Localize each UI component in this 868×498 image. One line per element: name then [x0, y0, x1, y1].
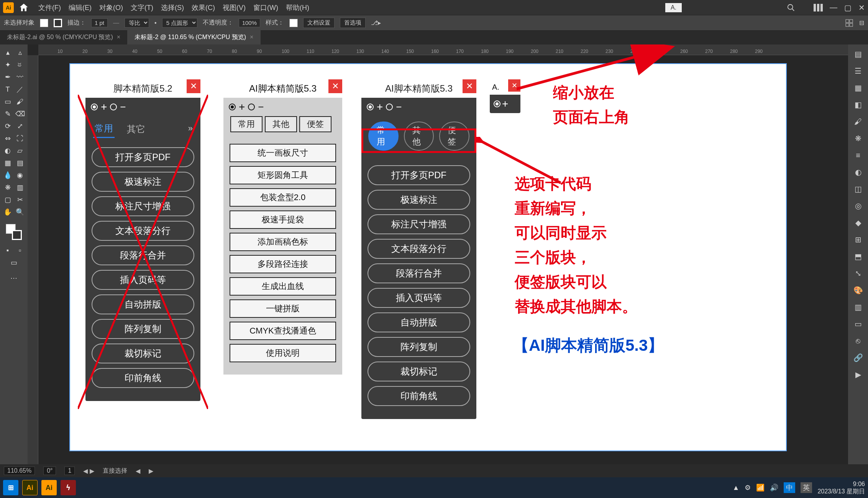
script-item[interactable]: 多段路径连接 — [230, 255, 336, 273]
selection-tool[interactable]: ▴ — [2, 47, 13, 58]
artboards-icon[interactable]: ▭ — [852, 318, 864, 330]
style-swatch[interactable] — [289, 19, 298, 27]
menu-type[interactable]: 文字(T) — [131, 3, 153, 12]
taskbar-app-ai-2[interactable]: Ai — [41, 480, 57, 495]
direct-selection-tool[interactable]: ▵ — [14, 47, 26, 58]
shape-builder-tool[interactable]: ◐ — [2, 145, 13, 156]
opacity-field[interactable]: 100% — [239, 18, 260, 27]
close-button[interactable]: ✕ — [508, 79, 520, 92]
script-item[interactable]: 极速标注 — [368, 190, 470, 210]
home-icon[interactable] — [18, 2, 29, 13]
color-icon[interactable]: 🎨 — [852, 284, 864, 296]
rectangle-tool[interactable]: ▭ — [2, 96, 13, 107]
align-icon[interactable]: ⊞ — [852, 234, 864, 245]
radio-off-icon[interactable] — [248, 104, 255, 110]
radio-off-icon[interactable] — [110, 104, 117, 110]
radio-on-icon[interactable] — [229, 104, 236, 110]
close-button[interactable]: ✕ — [328, 79, 342, 93]
script-item[interactable]: 标注尺寸增强 — [368, 214, 470, 234]
start-button[interactable]: ⊞ — [3, 480, 18, 495]
layers-icon[interactable]: ☰ — [852, 65, 864, 77]
rotation-angle[interactable]: 0° — [43, 467, 56, 475]
stroke-swatch[interactable] — [54, 19, 62, 27]
menu-file[interactable]: 文件(F) — [38, 3, 61, 12]
close-button[interactable]: ✕ — [463, 79, 476, 93]
pathfinder-icon[interactable]: ⬒ — [852, 251, 864, 262]
properties-icon[interactable]: ▤ — [852, 48, 864, 60]
script-item[interactable]: 一键拼版 — [230, 299, 336, 318]
zoom-tool[interactable]: 🔍 — [14, 206, 26, 218]
script-item[interactable]: 打开多页PDF — [368, 165, 470, 185]
magic-wand-tool[interactable]: ✦ — [2, 59, 13, 71]
transform-icon[interactable]: ⤡ — [852, 268, 864, 279]
script-item[interactable]: 标注尺寸增强 — [92, 196, 194, 216]
eyedropper-tool[interactable]: 💧 — [2, 169, 13, 181]
symbols-icon[interactable]: ❋ — [852, 133, 864, 144]
menu-window[interactable]: 窗口(W) — [253, 3, 278, 12]
tray-icon[interactable]: ⚙ — [745, 483, 751, 492]
tab-common[interactable]: 常用 — [230, 116, 263, 132]
script-item[interactable]: CMYK查找潘通色 — [230, 322, 336, 340]
script-item[interactable]: 打开多页PDF — [92, 147, 194, 167]
color-mode[interactable]: ▪ — [2, 245, 13, 256]
artboard-tool[interactable]: ▢ — [2, 194, 13, 205]
script-item[interactable]: 插入页码等 — [92, 270, 194, 290]
taskbar-app-other[interactable]: ϟ — [61, 480, 76, 495]
script-item[interactable]: 段落行合并 — [368, 263, 470, 283]
radio-on-icon[interactable] — [91, 104, 98, 110]
fill-stroke-control[interactable] — [6, 224, 22, 240]
tray-icon[interactable]: ▲ — [733, 484, 740, 492]
type-tool[interactable]: T — [2, 84, 13, 95]
transparency-icon[interactable]: ◫ — [852, 183, 864, 195]
script-item[interactable]: 包装盒型2.0 — [230, 188, 336, 207]
window-maximize[interactable]: ▢ — [844, 3, 852, 12]
tab-other[interactable]: 其它 — [125, 119, 147, 138]
tray-volume-icon[interactable]: 🔊 — [770, 483, 778, 492]
chevron-right-icon[interactable]: » — [188, 123, 193, 133]
script-item[interactable]: 阵列复制 — [368, 337, 470, 357]
window-minimize[interactable]: — — [830, 3, 837, 12]
play-icon[interactable]: ▶ — [852, 369, 864, 380]
curvature-tool[interactable]: 〰 — [14, 71, 26, 83]
swatches-icon[interactable]: ◧ — [852, 99, 864, 110]
radio-off-icon[interactable] — [386, 104, 393, 110]
brush-select[interactable]: 5 点圆形 — [162, 18, 197, 28]
script-item[interactable]: 印前角线 — [92, 368, 194, 388]
tab-notes[interactable]: 便签 — [299, 116, 331, 132]
radio-on-icon[interactable] — [367, 104, 374, 110]
asset-export-icon[interactable]: ⎋ — [852, 335, 864, 347]
menu-object[interactable]: 对象(O) — [99, 3, 123, 12]
perspective-tool[interactable]: ▱ — [14, 145, 26, 156]
taskbar-app-ai-1[interactable]: Ai — [22, 480, 38, 495]
screen-mode[interactable]: ▭ — [8, 257, 20, 268]
tab-common[interactable]: 常用 — [93, 118, 115, 138]
paintbrush-tool[interactable]: 🖌 — [14, 96, 26, 107]
panel-toggle-icon[interactable]: ⊟ — [859, 19, 864, 26]
canvas[interactable]: 1020304050607080901001101201301401501601… — [28, 44, 848, 464]
doc-tab-2[interactable]: 未标题-2 @ 110.65 % (CMYK/CPU 预览)× — [128, 30, 261, 44]
script-item[interactable]: 添加画稿色标 — [230, 233, 336, 251]
stroke-weight-field[interactable]: 1 pt — [91, 18, 108, 27]
scale-tool[interactable]: ⤢ — [14, 120, 26, 132]
symbol-sprayer-tool[interactable]: ❋ — [2, 182, 13, 193]
script-item[interactable]: 矩形圆角工具 — [230, 166, 336, 184]
line-tool[interactable]: ／ — [14, 84, 26, 95]
gradient-icon[interactable]: ◐ — [852, 166, 864, 178]
close-icon[interactable]: × — [117, 34, 120, 40]
script-item[interactable]: 生成出血线 — [230, 277, 336, 296]
shaper-tool[interactable]: ✎ — [2, 108, 13, 120]
menu-view[interactable]: 视图(V) — [223, 3, 246, 12]
mesh-tool[interactable]: ▦ — [2, 157, 13, 169]
doc-setup-button[interactable]: 文档设置 — [303, 18, 335, 28]
close-icon[interactable]: × — [250, 34, 253, 40]
script-item[interactable]: 自动拼版 — [92, 294, 194, 314]
script-item[interactable]: 印前角线 — [368, 386, 470, 406]
script-item[interactable]: 插入页码等 — [368, 288, 470, 308]
hand-tool[interactable]: ✋ — [2, 206, 13, 218]
blend-tool[interactable]: ◉ — [14, 169, 26, 181]
script-item[interactable]: 裁切标记 — [368, 362, 470, 381]
slice-tool[interactable]: ✂ — [14, 194, 26, 205]
preferences-button[interactable]: 首选项 — [340, 18, 366, 28]
graph-tool[interactable]: ▥ — [14, 182, 26, 193]
tab-other[interactable]: 其他 — [265, 116, 297, 132]
